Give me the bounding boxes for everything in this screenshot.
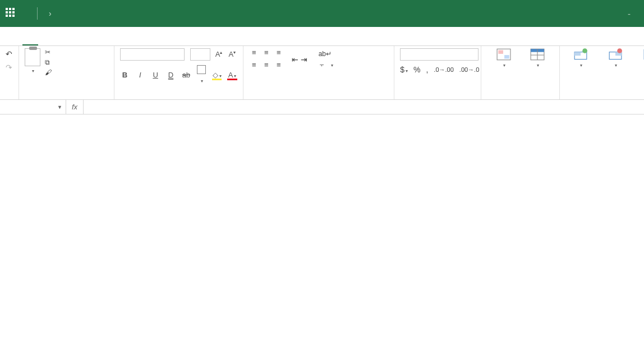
tab-help[interactable] — [107, 27, 122, 45]
alignment-group-label — [249, 97, 389, 98]
cut-button[interactable]: ✂ — [45, 48, 54, 56]
chevron-right-icon: › — [49, 9, 52, 18]
grow-font-button[interactable]: A▴ — [214, 50, 224, 58]
wrap-text-icon: ab↵ — [319, 50, 332, 58]
open-in-excel-link[interactable] — [185, 27, 201, 45]
font-color-button[interactable]: A▾ — [227, 71, 237, 79]
copy-button[interactable]: ⧉ — [45, 58, 54, 66]
increase-indent-button[interactable]: ⇥ — [301, 55, 307, 64]
border-icon — [197, 65, 206, 74]
svg-point-9 — [582, 48, 587, 53]
divider — [37, 7, 38, 20]
italic-button[interactable]: I — [135, 71, 145, 79]
align-bottom-button[interactable]: ≡ — [274, 48, 284, 58]
number-group-label — [400, 97, 475, 98]
paintbrush-icon: 🖌 — [45, 68, 52, 76]
format-cells-button[interactable]: ▾ — [635, 48, 644, 68]
copy-icon: ⧉ — [45, 58, 50, 66]
undo-button[interactable]: ↶ — [6, 49, 12, 58]
insert-cells-icon — [573, 48, 588, 61]
delete-cells-button[interactable]: ▾ — [600, 48, 631, 68]
table-icon — [530, 48, 545, 61]
svg-rect-2 — [504, 55, 509, 59]
cells-group-label — [565, 97, 638, 98]
scissors-icon: ✂ — [45, 48, 50, 56]
breadcrumb[interactable]: › — [45, 9, 55, 18]
align-middle-button[interactable]: ≡ — [261, 48, 272, 58]
insert-cells-button[interactable]: ▾ — [565, 48, 596, 68]
font-family-select[interactable] — [120, 48, 185, 61]
decrease-indent-button[interactable]: ⇤ — [292, 55, 298, 64]
accounting-format-button[interactable]: $▾ — [400, 65, 408, 74]
tab-insert[interactable] — [39, 27, 55, 45]
format-as-table-button[interactable]: ▾ — [522, 48, 553, 68]
borders-button[interactable]: ▾ — [197, 65, 206, 84]
number-format-select[interactable] — [400, 48, 479, 61]
svg-rect-1 — [498, 50, 503, 54]
font-group-label — [120, 97, 237, 98]
tables-group-label — [487, 97, 554, 98]
align-top-button[interactable]: ≡ — [249, 48, 259, 58]
format-painter-button[interactable]: 🖌 — [45, 68, 54, 76]
tell-me-search[interactable] — [146, 27, 162, 45]
bold-button[interactable]: B — [120, 71, 130, 79]
increase-decimal-button[interactable]: .0→.00 — [434, 66, 453, 73]
svg-rect-8 — [574, 52, 581, 56]
clipboard-group-label — [25, 97, 108, 98]
merge-centre-button[interactable]: ⫟▾ — [319, 61, 334, 69]
strikethrough-button[interactable]: ab — [181, 71, 191, 79]
underline-button[interactable]: U — [150, 71, 160, 79]
align-left-button[interactable]: ≡ — [249, 61, 259, 71]
redo-button[interactable]: ↷ — [6, 63, 12, 72]
svg-point-12 — [617, 48, 622, 53]
merge-icon: ⫟ — [319, 61, 325, 69]
fill-color-button[interactable]: ◇▾ — [212, 71, 222, 79]
fx-icon[interactable]: fx — [66, 100, 84, 114]
conditional-formatting-button[interactable]: ▾ — [489, 48, 519, 68]
tab-home[interactable] — [22, 27, 38, 45]
double-underline-button[interactable]: D — [166, 71, 176, 79]
paste-button[interactable]: ▾ — [25, 48, 40, 74]
tab-file[interactable] — [6, 27, 21, 45]
shrink-font-button[interactable]: A▾ — [227, 50, 237, 58]
name-box[interactable]: ▼ — [0, 100, 66, 114]
alignment-grid: ≡ ≡ ≡ ≡ ≡ ≡ — [249, 48, 284, 71]
align-right-button[interactable]: ≡ — [274, 61, 284, 71]
conditional-formatting-icon — [496, 48, 511, 61]
comma-format-button[interactable]: , — [426, 65, 428, 74]
tab-view[interactable] — [90, 27, 105, 45]
dash: - — [628, 9, 631, 19]
tab-data[interactable] — [56, 27, 72, 45]
font-size-select[interactable] — [190, 48, 210, 61]
chevron-down-icon[interactable]: ▾ — [32, 68, 34, 74]
delete-cells-icon — [608, 48, 623, 61]
percent-format-button[interactable]: % — [413, 65, 420, 74]
chevron-down-icon[interactable]: ▼ — [57, 104, 62, 110]
wrap-text-button[interactable]: ab↵ — [319, 50, 334, 58]
clipboard-icon — [25, 48, 40, 66]
align-center-button[interactable]: ≡ — [261, 61, 272, 71]
tab-review[interactable] — [73, 27, 89, 45]
decrease-decimal-button[interactable]: .00→.0 — [459, 66, 479, 73]
app-launcher-icon[interactable] — [6, 8, 17, 19]
